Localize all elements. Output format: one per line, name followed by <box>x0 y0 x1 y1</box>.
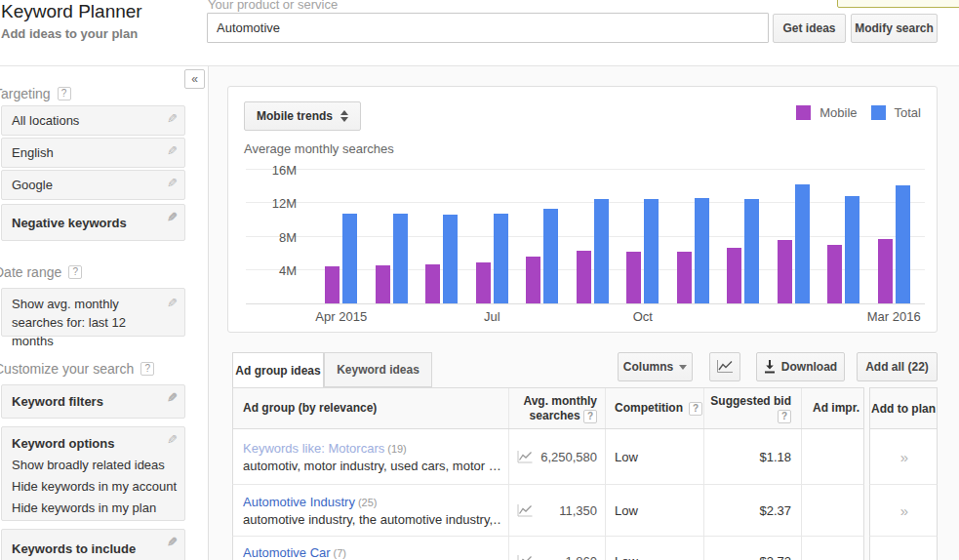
legend-mobile-label: Mobile <box>819 105 857 120</box>
mobile-bar <box>476 262 491 303</box>
ad-group-keywords: automotive industry, the automotive indu… <box>243 511 500 528</box>
competition-cell: Low <box>605 537 703 560</box>
add-to-plan-chevron-icon[interactable]: » <box>900 449 906 465</box>
bar-group <box>668 165 719 303</box>
total-bar <box>594 199 609 303</box>
keyword-option-line: Hide keywords in my account <box>12 476 161 498</box>
help-icon[interactable]: ? <box>58 87 71 100</box>
sidebar-item-keyword-options[interactable]: Keyword options Show broadly related ide… <box>1 426 185 521</box>
competition-cell: Low <box>605 485 703 536</box>
add-to-plan-row: » <box>869 537 938 560</box>
total-bar <box>695 198 709 303</box>
legend-total-label: Total <box>895 105 921 120</box>
edit-pencil-icon[interactable]: ✎ <box>167 176 178 190</box>
mobile-bar <box>526 257 540 303</box>
avg-searches-cell: 1,860 <box>508 537 605 560</box>
get-ideas-button[interactable]: Get ideas <box>773 14 846 43</box>
add-to-plan-chevron-icon[interactable]: » <box>900 502 906 519</box>
sidebar-item-network[interactable]: Google ✎ <box>1 170 185 200</box>
review-plan-button-cutoff[interactable] <box>837 0 959 8</box>
bar-group: Oct <box>618 165 668 303</box>
help-icon[interactable]: ? <box>583 410 597 423</box>
sidebar-item-date-range[interactable]: Show avg. monthly searches for: last 12 … <box>1 288 185 337</box>
columns-dropdown-button[interactable]: Columns <box>618 352 693 381</box>
download-button[interactable]: Download <box>756 352 845 381</box>
sort-arrows-icon <box>340 110 348 122</box>
help-icon[interactable]: ? <box>778 410 791 423</box>
edit-pencil-icon[interactable]: ✎ <box>167 294 178 312</box>
total-bar <box>443 215 458 303</box>
total-bar <box>896 185 910 303</box>
help-icon[interactable]: ? <box>140 362 154 376</box>
trend-selector-label: Mobile trends <box>257 109 333 123</box>
keyword-count: (25) <box>358 497 378 508</box>
col-header-ad-group[interactable]: Ad group (by relevance) <box>233 388 508 428</box>
sidebar-item-language[interactable]: English ✎ <box>1 138 185 168</box>
chart-legend: Mobile Total <box>796 105 921 120</box>
col-header-competition[interactable]: Competition ? <box>605 388 703 428</box>
sidebar-collapse-icon[interactable]: « <box>184 69 205 89</box>
tab-ad-group-ideas[interactable]: Ad group ideas <box>232 352 324 387</box>
mobile-bar <box>626 252 641 303</box>
x-axis-label: Oct <box>633 309 653 324</box>
sidebar-item-keyword-filters[interactable]: Keyword filters ✎ <box>1 384 185 419</box>
sidebar-item-locations[interactable]: All locations ✎ <box>1 105 185 136</box>
add-to-plan-header-label: Add to plan <box>871 402 936 416</box>
bar-area: Apr 2015JulOctMar 2016 <box>316 165 919 303</box>
graph-toggle-button[interactable] <box>709 352 740 381</box>
customize-label-text: Customize your search <box>0 361 134 377</box>
add-to-plan-column: Add to plan »»» <box>869 387 938 560</box>
edit-pencil-icon[interactable]: ✎ <box>167 210 178 224</box>
bar-chart-plot: 16M 12M 8M 4M Apr 2015JulOctMar 2016 <box>246 165 925 304</box>
keyword-count: (7) <box>334 547 346 559</box>
table-row: Keywords like: Motorcars(19)automotiv, m… <box>232 429 864 485</box>
ad-group-header-label: Ad group (by relevance) <box>243 401 377 416</box>
col-header-avg-monthly-searches[interactable]: Avg. monthly searches ? <box>508 388 605 428</box>
download-icon <box>764 360 776 374</box>
columns-label: Columns <box>623 360 673 374</box>
ad-group-link[interactable]: Keywords like: Motorcars <box>243 441 384 456</box>
keyword-option-line: Show broadly related ideas <box>12 455 161 476</box>
searches-header-line2: searches <box>530 409 580 422</box>
total-bar <box>845 196 859 303</box>
date-range-label-text: Date range <box>0 264 61 280</box>
sidebar-item-negative-keywords[interactable]: Negative keywords ✎ <box>1 204 185 241</box>
mobile-bar <box>827 245 842 303</box>
edit-pencil-icon[interactable]: ✎ <box>167 535 178 549</box>
ad-group-link[interactable]: Automotive Industry <box>243 495 355 509</box>
col-header-ad-impr[interactable]: Ad impr. <box>801 388 861 428</box>
keyword-planner-app: Keyword Planner Add ideas to your plan Y… <box>0 0 959 560</box>
modify-search-button[interactable]: Modify search <box>851 14 938 43</box>
bar-group <box>517 165 568 303</box>
product-service-input[interactable] <box>207 13 769 43</box>
edit-pencil-icon[interactable]: ✎ <box>167 390 178 405</box>
mobile-bar <box>376 265 390 303</box>
trend-mini-chart-icon[interactable] <box>517 555 533 560</box>
help-icon[interactable]: ? <box>68 265 82 279</box>
add-all-button[interactable]: Add all (22) <box>857 352 938 381</box>
edit-pencil-icon[interactable]: ✎ <box>167 143 178 158</box>
bar-group <box>769 165 819 303</box>
edit-pencil-icon[interactable]: ✎ <box>167 432 178 447</box>
tab-keyword-ideas[interactable]: Keyword ideas <box>324 352 432 387</box>
suggested-bid-cell: $1.18 <box>703 429 801 484</box>
ad-impr-cell <box>801 485 861 536</box>
negative-keywords-label: Negative keywords <box>12 216 127 230</box>
bar-group: Mar 2016 <box>869 165 920 303</box>
searches-header-line1: Avg. monthly <box>523 394 597 409</box>
x-axis-label: Apr 2015 <box>315 309 367 324</box>
trend-selector-dropdown[interactable]: Mobile trends <box>244 101 361 131</box>
col-header-suggested-bid[interactable]: Suggested bid ? <box>703 388 801 428</box>
table-header-row: Ad group (by relevance) Avg. monthly sea… <box>232 387 864 429</box>
keyword-option-line: Hide keywords in my plan <box>12 498 161 519</box>
y-axis-tick: 4M <box>256 263 297 278</box>
add-to-plan-chevron-icon[interactable]: » <box>900 553 906 560</box>
avg-searches-cell: 11,350 <box>508 485 605 536</box>
help-icon[interactable]: ? <box>689 402 702 416</box>
trend-mini-chart-icon[interactable] <box>517 451 533 463</box>
trend-mini-chart-icon[interactable] <box>517 504 533 517</box>
ad-group-link[interactable]: Automotive Car <box>243 545 331 560</box>
edit-pencil-icon[interactable]: ✎ <box>167 111 178 126</box>
ad-group-cell: Keywords like: Motorcars(19)automotiv, m… <box>233 429 508 484</box>
sidebar-item-keywords-to-include[interactable]: Keywords to include ✎ <box>1 529 185 560</box>
